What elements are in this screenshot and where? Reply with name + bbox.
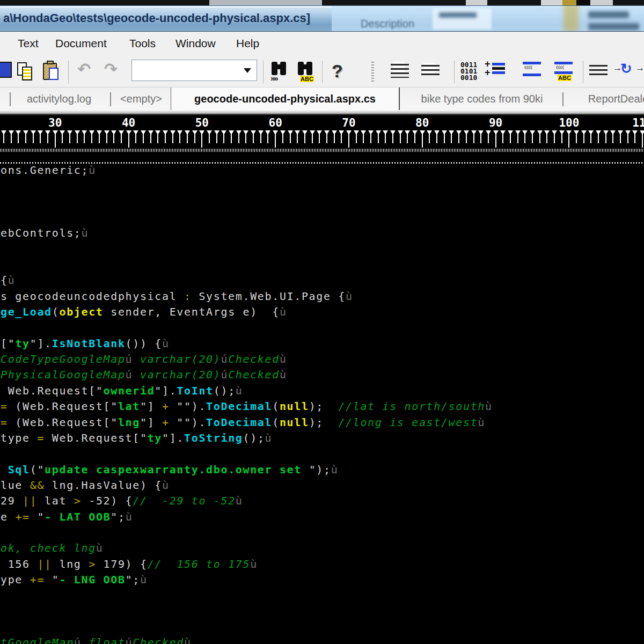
ruler-tick — [544, 130, 550, 135]
ruler-tick — [574, 130, 579, 135]
menu-item-help[interactable]: Help — [236, 37, 259, 50]
ruler-tick — [38, 130, 43, 135]
ruler-tick — [640, 130, 644, 135]
toolbar: ↶ ↷ »» ABC ? 001101010010 + + «« ««ABC →… — [0, 56, 644, 87]
menu-item-tools[interactable]: Tools — [129, 37, 156, 50]
hex-binary-icon[interactable]: 001101010010 — [459, 61, 482, 84]
tab-separator — [10, 92, 11, 106]
document-tab[interactable]: activitylog.log — [16, 87, 102, 110]
title-bar[interactable]: a\HondaGeo\tests\geocode-uncoded-physica… — [0, 5, 644, 32]
ruler-tick — [566, 130, 572, 135]
ruler-tick — [486, 130, 491, 135]
menu-item-document[interactable]: Document — [55, 37, 107, 50]
background-artifact — [590, 0, 613, 5]
code-line: s geocodeuncodedphysical : System.Web.UI… — [1, 289, 644, 304]
menu-item-window[interactable]: Window — [175, 37, 216, 50]
background-artifact — [576, 0, 589, 5]
ruler-tick — [434, 130, 440, 135]
undo-icon[interactable]: ↶ — [75, 61, 98, 84]
code-line: 29 || lat > -52) {// -29 to -52ù — [1, 493, 644, 509]
ruler-tick — [185, 130, 190, 135]
help-icon[interactable]: ? — [327, 61, 350, 84]
line-list-icon[interactable] — [390, 61, 412, 84]
ruler-tick — [243, 130, 248, 135]
ruler-tick — [170, 130, 175, 135]
code-line — [1, 446, 644, 462]
menu-item-text[interactable]: Text — [18, 37, 39, 50]
unwrap-lines-icon[interactable]: «« — [522, 61, 544, 84]
ruler-tick — [163, 130, 168, 135]
copy-icon[interactable] — [15, 61, 38, 84]
background-window-label: Description — [361, 18, 414, 30]
editor-window: a\HondaGeo\tests\geocode-uncoded-physica… — [0, 0, 644, 644]
code-line: ge_Load(object sender, EventArgs e) {ù — [1, 304, 644, 320]
ruler-number: 50 — [195, 116, 209, 129]
paste-icon[interactable] — [42, 61, 64, 84]
ruler-tick — [427, 130, 432, 135]
find-replace-icon[interactable]: ABC — [296, 61, 318, 84]
tab-separator — [562, 92, 564, 106]
document-tab[interactable]: <empty> — [115, 87, 167, 110]
ruler-tick — [9, 130, 14, 135]
ruler-tick — [16, 130, 21, 135]
column-ruler: 30405060708090100110 — [0, 115, 644, 149]
ruler-number: 110 — [632, 116, 644, 129]
ruler-tick — [405, 130, 410, 135]
ruler-tick — [273, 130, 278, 135]
code-line — [1, 619, 644, 635]
code-line — [1, 604, 644, 619]
ruler-tick — [559, 130, 565, 135]
tab-bar-divider — [0, 110, 644, 115]
ruler-tick — [111, 130, 116, 135]
find-next-icon[interactable]: »» — [269, 61, 292, 84]
ruler-tick — [82, 130, 87, 135]
chevron-down-icon[interactable] — [244, 68, 251, 73]
ruler-tick — [141, 130, 146, 135]
code-line: ons.Generic;ù — [1, 163, 644, 178]
ruler-tick — [493, 130, 499, 135]
fold-lines-icon[interactable]: + + — [485, 61, 507, 84]
ruler-tick — [251, 130, 256, 135]
ruler-tick — [508, 130, 513, 135]
ruler-tick — [442, 130, 447, 135]
ruler-tick — [552, 130, 557, 135]
ruler-tick — [75, 130, 80, 135]
ruler-tick — [610, 130, 616, 135]
ruler-tick — [53, 130, 58, 135]
ruler-tick — [471, 130, 477, 135]
background-artifact — [541, 0, 562, 5]
ruler-tick — [67, 130, 72, 135]
tab-separator — [110, 92, 111, 106]
line-detail-icon[interactable] — [420, 61, 443, 84]
unwrap-paragraph-icon[interactable]: →↺ — [635, 61, 644, 84]
find-combobox[interactable] — [131, 60, 257, 81]
ruler-tick — [310, 130, 315, 135]
ruler-tick — [221, 130, 226, 135]
document-tab[interactable]: bike type codes from 90ki — [406, 87, 558, 110]
code-line: ["ty"].IsNotBlank()) {ù — [1, 336, 644, 352]
ruler-tick — [1, 130, 6, 135]
ruler-tick — [148, 130, 153, 135]
ruler-tick — [97, 130, 102, 135]
window-title: a\HondaGeo\tests\geocode-uncoded-physica… — [3, 11, 310, 25]
document-tab[interactable]: ReportDeale — [581, 87, 644, 110]
ruler-tick — [500, 130, 506, 135]
redo-icon[interactable]: ↷ — [102, 61, 125, 84]
ruler-tick — [236, 130, 241, 135]
ruler-tick — [155, 130, 160, 135]
ruler-tick — [177, 130, 182, 135]
ruler-tick — [464, 130, 469, 135]
clipboard-fragment-icon[interactable] — [0, 61, 5, 84]
ruler-tick — [368, 130, 374, 135]
code-line — [1, 178, 644, 194]
ruler-tick — [449, 130, 454, 135]
rewrap-paragraph-icon[interactable]: →↻ — [613, 61, 635, 84]
code-editor-area[interactable]: ons.Generic;ùebControls;ù{ùs geocodeunco… — [1, 163, 644, 644]
ruler-tick — [207, 130, 212, 135]
unwrap-abc-icon[interactable]: ««ABC — [553, 61, 576, 84]
reformat-lines-icon[interactable] — [588, 61, 611, 84]
ruler-comb — [0, 149, 644, 152]
code-line: ebControls;ù — [1, 225, 644, 241]
ruler-tick — [332, 130, 337, 135]
document-tab[interactable]: geocode-uncoded-physical.aspx.cs — [171, 87, 400, 110]
